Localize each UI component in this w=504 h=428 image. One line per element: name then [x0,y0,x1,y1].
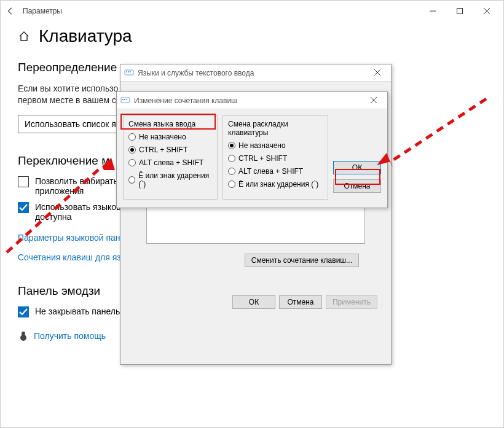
maximize-button[interactable] [447,3,473,19]
svg-point-5 [20,335,26,341]
use-langbar-checkbox[interactable] [18,202,29,213]
svg-rect-2 [18,176,29,187]
g2-alt-radio[interactable] [228,168,235,175]
svg-rect-10 [130,71,131,72]
lang-cancel-button[interactable]: Отмена [279,295,322,309]
svg-rect-1 [457,9,463,14]
svg-point-6 [22,332,25,335]
svg-rect-3 [18,202,29,213]
override-para-l2: первом месте в вашем с [18,95,116,105]
g2-none-label: Не назначено [238,141,286,150]
minimize-button[interactable] [420,3,446,19]
allow-choose-l1: Позволить выбирать м [35,176,126,186]
keyboard-colored-icon [120,95,130,106]
group2-legend: Смена раскладки клавиатуры [228,120,288,137]
svg-rect-14 [126,99,127,100]
hotkeys-link[interactable]: Сочетания клавиш для язы [18,252,127,262]
use-langbar-label: Использовать языкову доступна [35,202,125,222]
change-hotkey-dialog: Изменение сочетания клавиш Смена языка в… [116,91,388,208]
svg-rect-13 [124,99,125,100]
allow-choose-label: Позволить выбирать м приложения [35,176,126,196]
lang-ok-button[interactable]: ОК [232,295,275,309]
g2-none-radio[interactable] [228,142,235,149]
change-hotkey-button[interactable]: Сменить сочетание клавиш... [245,254,359,267]
g2-accent-label: Ё или знак ударения (`) [238,180,318,189]
g1-accent-label: Ё или знак ударения (`) [138,171,212,189]
svg-rect-4 [18,306,29,317]
allow-choose-l2: приложения [35,186,84,196]
use-langbar-l1: Использовать языкову [35,202,125,212]
svg-rect-8 [126,71,127,72]
g1-ctrl-label: CTRL + SHIFT [139,146,187,154]
allow-choose-checkbox[interactable] [18,176,29,187]
highlight-box-group1 [120,114,216,130]
svg-rect-9 [128,71,129,72]
g2-accent-radio[interactable] [228,181,235,188]
emoji-autoclose-checkbox[interactable] [18,306,29,317]
keys-dialog-close-button[interactable] [364,96,384,105]
langbar-params-link[interactable]: Параметры языковой пане [18,233,125,243]
override-para-l1: Если вы хотите использо [18,84,118,93]
keyboard-colored-icon [124,68,134,78]
help-icon [18,330,29,343]
close-button[interactable] [474,3,500,19]
g1-alt-radio[interactable] [128,159,136,166]
back-button[interactable] [4,5,17,17]
window-title: Параметры [23,7,62,15]
g1-alt-label: ALT слева + SHIFT [139,158,203,167]
g1-ctrl-radio[interactable] [128,146,136,154]
g1-none-label: Не назначено [139,133,186,141]
highlight-box-ok [335,169,380,185]
g2-ctrl-label: CTRL + SHIFT [238,154,287,163]
page-title: Клавиатура [39,26,132,46]
g1-accent-radio[interactable] [128,176,135,184]
keys-dialog-title: Изменение сочетания клавиш [134,96,360,105]
get-help-link[interactable]: Получить помощь [34,331,106,341]
use-langbar-l2: доступна [35,212,72,222]
svg-rect-12 [122,99,124,100]
lang-dialog-title: Языки и службы текстового ввода [138,69,364,77]
lang-apply-button[interactable]: Применить [326,295,377,309]
lang-dialog-close-button[interactable] [368,69,387,77]
home-icon [18,30,30,42]
g1-none-radio[interactable] [128,133,136,141]
g2-alt-label: ALT слева + SHIFT [238,167,303,176]
g2-ctrl-radio[interactable] [228,155,235,162]
use-list-button[interactable]: Использовать список я [18,115,123,133]
